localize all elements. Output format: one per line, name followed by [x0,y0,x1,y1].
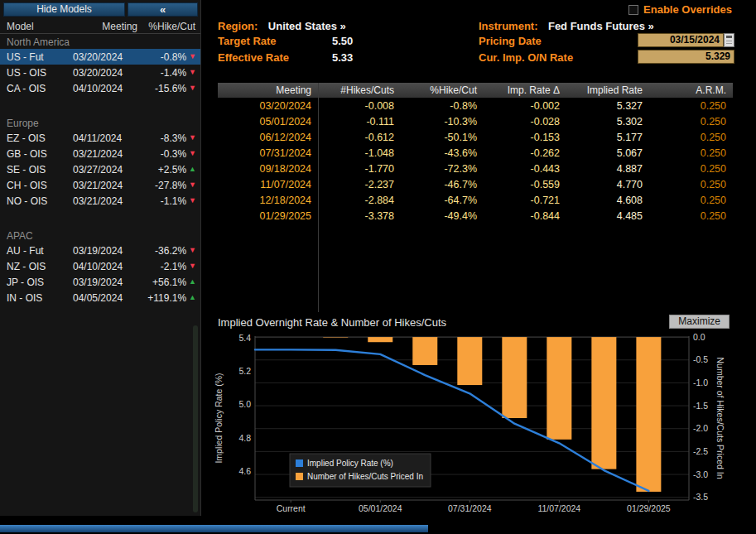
section-label: APAC [0,229,200,243]
rates-table: Meeting#Hikes/Cuts%Hike/CutImp. Rate ΔIm… [218,83,733,312]
col-meeting[interactable]: Meeting [73,21,137,32]
percent-value: -0.8% [161,51,186,63]
rates-col-header[interactable]: A.R.M. [649,84,733,96]
chart-title: Implied Overnight Rate & Number of Hikes… [218,316,446,329]
hikecut-value: -2.1%▼ [137,261,196,272]
model-row-au-fut[interactable]: AU - Fut03/19/2024-36.2%▼ [0,243,200,258]
svg-text:4.6: 4.6 [238,466,251,476]
rates-row[interactable]: 06/12/2024-0.612-50.1%-0.1535.1770.250 [218,129,733,145]
rates-cell: -1.048 [318,147,401,159]
rates-cell: -43.6% [401,147,484,159]
models-list: North AmericaUS - Fut03/20/2024-0.8%▼US … [0,35,200,305]
percent-value: +56.1% [152,277,186,288]
rates-row[interactable]: 07/31/2024-1.048-43.6%-0.2625.0670.250 [218,145,733,161]
cur-imp-rate-field[interactable]: 5.329 [638,50,734,64]
collapse-panel-button[interactable]: « [128,2,198,17]
models-scrollbar[interactable] [193,325,198,512]
left-axis-title: Implied Policy Rate (%) [214,373,224,463]
rates-cell: -50.1% [401,132,484,143]
model-row-jp-ois[interactable]: JP - OIS03/19/2024+56.1%▲ [0,274,200,290]
models-panel-toolbar: Hide Models « [0,0,200,18]
rates-cell: 5.302 [566,116,649,127]
rates-cell: 06/12/2024 [218,132,318,143]
model-row-in-ois[interactable]: IN - OIS04/05/2024+119.1%▲ [0,290,200,305]
meeting-date: 04/10/2024 [73,261,137,272]
rates-cell: 0.250 [649,195,733,206]
rates-row[interactable]: 09/18/2024-1.770-72.3%-0.4434.8870.250 [218,161,733,176]
instrument-value-link[interactable]: Fed Funds Futures » [548,20,654,32]
rates-cell: 11/07/2024 [218,179,318,190]
checkbox-icon[interactable] [628,5,638,15]
meeting-date: 03/27/2024 [73,164,137,176]
rates-cell: -0.008 [318,100,401,112]
model-label: JP - OIS [7,277,73,288]
rates-cell: 0.250 [649,132,733,143]
rates-row[interactable]: 11/07/2024-2.237-46.7%-0.5594.7700.250 [218,176,733,192]
percent-value: -0.3% [161,148,186,160]
calendar-icon[interactable] [724,33,734,47]
rates-cell: 0.250 [649,100,733,112]
down-arrow-icon: ▼ [189,53,196,60]
svg-text:Implied Policy Rate (%): Implied Policy Rate (%) [307,459,393,468]
rates-cell: 0.250 [649,147,733,159]
percent-value: -36.2% [155,245,186,257]
svg-text:-0.5: -0.5 [693,354,708,364]
footer-bar [0,525,428,532]
model-label: CH - OIS [7,180,73,191]
rates-cell: -64.7% [401,195,484,206]
model-row-ca-ois[interactable]: CA - OIS04/10/2024-15.6%▼ [0,80,200,96]
main-pane: Enable Overrides Region: United States »… [202,0,756,516]
rates-cell: 05/01/2024 [218,116,318,127]
model-row-no-ois[interactable]: NO - OIS03/21/2024-1.1%▼ [0,193,200,209]
model-row-se-ois[interactable]: SE - OIS03/27/2024+2.5%▲ [0,161,200,177]
model-row-us-fut[interactable]: US - Fut03/20/2024-0.8%▼ [0,49,200,65]
rates-row[interactable]: 03/20/2024-0.008-0.8%-0.0025.3270.250 [218,98,733,113]
down-arrow-icon: ▼ [189,197,196,204]
enable-overrides-checkbox[interactable]: Enable Overrides [628,3,732,16]
rates-cell: 5.067 [566,147,649,159]
rates-cell: -0.844 [484,210,566,222]
meeting-date: 03/20/2024 [73,51,137,63]
rates-cell: 4.485 [566,210,649,222]
col-hikecut[interactable]: %Hike/Cut [137,21,195,32]
rates-cell: -49.4% [401,210,484,222]
pricing-date-input[interactable]: 03/15/2024 [638,33,724,47]
model-label: NZ - OIS [7,261,73,272]
rates-cell: 0.250 [649,116,733,127]
rates-col-header[interactable]: #Hikes/Cuts [318,84,401,96]
hide-models-button[interactable]: Hide Models [3,2,125,17]
model-row-ez-ois[interactable]: EZ - OIS04/11/2024-8.3%▼ [0,130,200,146]
region-value-link[interactable]: United States » [268,20,346,32]
maximize-button[interactable]: Maximize [669,315,730,329]
meeting-date: 03/21/2024 [73,195,137,207]
model-row-nz-ois[interactable]: NZ - OIS04/10/2024-2.1%▼ [0,258,200,274]
rates-row[interactable]: 01/29/2025-3.378-49.4%-0.8444.4850.250 [218,208,733,224]
rates-cell: 0.250 [649,210,733,222]
rates-cell: -0.443 [484,163,566,175]
rates-row[interactable]: 12/18/2024-2.884-64.7%-0.7214.6080.250 [218,192,733,208]
model-label: CA - OIS [7,83,73,94]
rates-row[interactable]: 05/01/2024-0.111-10.3%-0.0285.3020.250 [218,113,733,129]
up-arrow-icon: ▲ [189,166,196,173]
down-arrow-icon: ▼ [189,69,196,76]
rates-cell: -2.237 [318,179,401,190]
rates-col-header[interactable]: Imp. Rate Δ [484,84,566,96]
model-row-us-ois[interactable]: US - OIS03/20/2024-1.4%▼ [0,65,200,80]
svg-text:07/31/2024: 07/31/2024 [448,503,492,513]
rates-cell: 01/29/2025 [218,210,318,222]
hikecut-value: -1.4%▼ [137,67,196,79]
model-label: IN - OIS [7,292,73,304]
up-arrow-icon: ▲ [189,294,196,301]
rates-col-header[interactable]: %Hike/Cut [401,84,484,96]
percent-value: -1.4% [161,67,186,79]
percent-value: -1.1% [161,195,186,207]
model-row-ch-ois[interactable]: CH - OIS03/21/2024-27.8%▼ [0,177,200,193]
rates-col-header[interactable]: Implied Rate [566,84,649,96]
col-model[interactable]: Model [7,21,73,32]
rates-cell: -10.3% [401,116,484,127]
chart-titlebar: Implied Overnight Rate & Number of Hikes… [202,315,756,331]
model-row-gb-ois[interactable]: GB - OIS03/21/2024-0.3%▼ [0,146,200,161]
rates-cell: -72.3% [401,163,484,175]
rates-col-header[interactable]: Meeting [218,84,318,96]
model-label: US - OIS [7,67,73,79]
